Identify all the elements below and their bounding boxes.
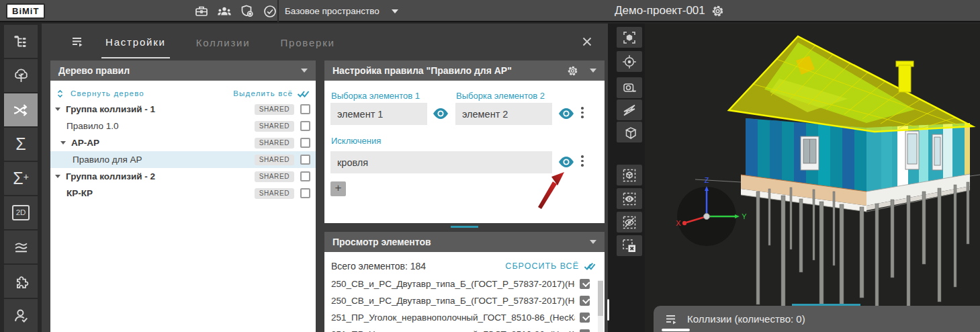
selection1-eye-icon[interactable] xyxy=(432,108,449,120)
workspace-selector[interactable]: Базовое пространство xyxy=(285,0,398,22)
list-scrollbar-thumb[interactable] xyxy=(598,281,603,316)
tree-row-group-2[interactable]: Группа коллизий - 2 SHARED xyxy=(50,168,316,185)
focus-selection-button[interactable] xyxy=(617,51,642,72)
sidebar-item-charts[interactable] xyxy=(4,231,38,263)
3d-model-house: Z Y X xyxy=(645,24,980,332)
caret-down-icon[interactable] xyxy=(60,141,66,144)
element-checkbox[interactable] xyxy=(580,329,590,332)
shared-badge: SHARED xyxy=(255,155,294,165)
tree-row-rule-for-ar[interactable]: Правило для АР SHARED xyxy=(50,151,316,168)
shield-account-icon[interactable] xyxy=(238,3,255,19)
row-checkbox[interactable] xyxy=(300,104,310,114)
uncheck-all-icon xyxy=(584,261,596,272)
sidebar-item-plugins[interactable] xyxy=(4,265,38,298)
add-exclusion-button[interactable]: + xyxy=(330,181,346,196)
element-row[interactable]: 251_ПР_Уголок_неравнополочный_ГОСТ_8510-… xyxy=(324,309,605,326)
panel-scrollbar-thumb[interactable] xyxy=(607,299,609,321)
rule-settings-header[interactable]: Настройка правила "Правило для АР" xyxy=(324,60,605,81)
sidebar-item-user-approve[interactable] xyxy=(4,299,38,332)
sidebar-item-model-structure[interactable] xyxy=(4,25,38,58)
select-all-link[interactable]: Выделить всё xyxy=(233,89,293,97)
viewport-toolbar xyxy=(608,24,645,332)
exclusions-more-menu-icon[interactable] xyxy=(581,155,584,167)
sidebar-item-spaces-tree[interactable] xyxy=(4,59,38,92)
shared-badge: SHARED xyxy=(255,138,294,149)
selection-box-button[interactable] xyxy=(617,165,642,185)
top-bar: BiMiT xyxy=(0,0,980,22)
zoom-fit-button[interactable] xyxy=(617,27,642,48)
tab-checks[interactable]: Проверки xyxy=(276,26,339,58)
selection2-eye-icon[interactable] xyxy=(558,108,575,120)
collisions-bar-label: Коллизии (количество: 0) xyxy=(687,313,805,325)
tree-row-kr-kr[interactable]: КР-КР SHARED xyxy=(50,185,316,202)
element-checkbox[interactable] xyxy=(580,279,590,289)
tree-row-ar-ar[interactable]: АР-АР SHARED xyxy=(50,134,316,151)
collapse-caret-icon[interactable] xyxy=(590,69,596,73)
collapse-tree-link[interactable]: Свернуть дерево xyxy=(71,89,144,97)
tree-row-group-1[interactable]: Группа коллизий - 1 SHARED xyxy=(50,101,316,118)
caret-down-icon[interactable] xyxy=(55,175,60,178)
element-row[interactable]: 250_СВ_и_РС_Двутавр_типа_Б_(ГОСТ_Р_57837… xyxy=(324,276,605,292)
collisions-bar[interactable]: Коллизии (количество: 0) xyxy=(654,306,980,332)
row-checkbox[interactable] xyxy=(300,138,310,148)
sidebar-item-specifications[interactable]: Σ xyxy=(4,128,38,161)
row-checkbox[interactable] xyxy=(300,121,310,131)
element-checkbox[interactable] xyxy=(580,296,590,306)
close-panel-icon[interactable] xyxy=(581,36,593,48)
panel-menu-icon[interactable] xyxy=(71,34,85,49)
collapse-caret-icon[interactable] xyxy=(301,69,308,73)
element-row[interactable]: 250_СВ_и_РС_Двутавр_типа_Б_(ГОСТ_Р_57837… xyxy=(324,292,605,309)
tab-settings[interactable]: Настройки xyxy=(101,25,170,58)
selection1-input[interactable] xyxy=(330,103,427,125)
shared-badge: SHARED xyxy=(255,188,294,199)
collisions-hscrollbar-thumb[interactable] xyxy=(662,329,690,331)
caret-down-icon[interactable] xyxy=(55,108,60,111)
check-circle-icon[interactable] xyxy=(261,3,278,19)
briefcase-icon[interactable] xyxy=(193,3,210,19)
show-selected-button[interactable] xyxy=(617,188,642,209)
exclusions-input[interactable] xyxy=(330,151,552,173)
rule-gear-icon[interactable] xyxy=(566,65,579,77)
hide-selected-button[interactable] xyxy=(617,212,642,233)
tree-row-rule-1-0[interactable]: Правило 1.0 SHARED xyxy=(50,118,316,134)
bimit-logo: BiMiT xyxy=(6,3,45,19)
elements-preview-body: Всего элементов: 184 СБРОСИТЬ ВСЁ 250_СВ… xyxy=(324,252,605,332)
elements-preview-header[interactable]: Просмотр элементов xyxy=(324,232,605,252)
workspace-label: Базовое пространство xyxy=(285,6,380,16)
selection2-input[interactable] xyxy=(455,103,552,125)
exclusions-eye-icon[interactable] xyxy=(558,156,575,168)
sidebar-item-collisions[interactable] xyxy=(4,93,38,126)
team-icon[interactable] xyxy=(216,3,232,19)
panel-resize-handle[interactable] xyxy=(451,226,478,228)
section-box-button[interactable] xyxy=(617,122,642,142)
elements-preview-panel: Просмотр элементов Всего элементов: 184 … xyxy=(324,232,605,332)
panel-title: Настройка правила "Правило для АР" xyxy=(332,65,512,76)
element-row[interactable]: 251_ПР_Уголок_неравнополочный_ГОСТ_8510-… xyxy=(324,326,605,332)
puzzle-icon xyxy=(12,272,30,290)
sidebar-item-specifications-plus[interactable]: Σ+ xyxy=(4,162,38,195)
topbar-divider xyxy=(277,0,279,22)
row-checkbox[interactable] xyxy=(300,188,310,198)
3d-viewport[interactable]: Z Y X Коллизии (количество: 0) xyxy=(645,24,980,332)
project-title: Демо-проект-001 xyxy=(615,4,705,17)
project-settings-gear-icon[interactable] xyxy=(711,4,725,21)
measure-tape-button[interactable] xyxy=(617,77,642,98)
rules-tree-body: Свернуть дерево Выделить всё Группа колл… xyxy=(50,81,316,332)
reset-all-link[interactable]: СБРОСИТЬ ВСЁ xyxy=(505,261,596,272)
navigation-gizmo[interactable]: Z Y X xyxy=(676,176,747,246)
collisions-shuffle-icon xyxy=(11,101,30,120)
row-checkbox[interactable] xyxy=(300,155,310,165)
collisions-menu-icon[interactable] xyxy=(664,312,679,327)
sidebar-item-2d-docs[interactable]: 2D xyxy=(4,196,38,229)
tab-collisions[interactable]: Коллизии xyxy=(192,26,255,58)
expand-collapse-icon[interactable] xyxy=(55,88,65,99)
section-plane-button[interactable] xyxy=(617,99,642,120)
selection-more-menu-icon[interactable] xyxy=(581,107,584,118)
clear-selection-button[interactable] xyxy=(617,235,642,256)
element-checkbox[interactable] xyxy=(580,313,590,323)
collapse-caret-icon[interactable] xyxy=(590,240,596,244)
structure-tree-icon xyxy=(12,33,30,50)
rules-tree-header[interactable]: Дерево правил xyxy=(50,60,316,81)
row-checkbox[interactable] xyxy=(300,171,310,181)
double-check-icon[interactable] xyxy=(297,89,310,99)
